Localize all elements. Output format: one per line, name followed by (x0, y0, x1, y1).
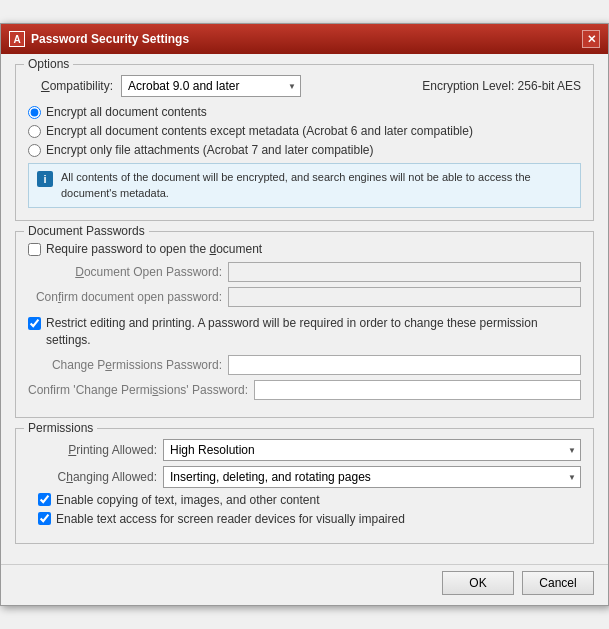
change-permissions-row: Change Permissions Password: (28, 355, 581, 375)
confirm-permissions-input[interactable] (254, 380, 581, 400)
restrict-row: Restrict editing and printing. A passwor… (28, 315, 581, 349)
options-section-title: Options (24, 57, 73, 71)
copying-checkbox[interactable] (38, 493, 51, 506)
password-security-dialog: A Password Security Settings ✕ Options C… (0, 23, 609, 605)
open-password-row: Document Open Password: (28, 262, 581, 282)
screen-reader-label[interactable]: Enable text access for screen reader dev… (56, 512, 405, 526)
cancel-button[interactable]: Cancel (522, 571, 594, 595)
copying-row: Enable copying of text, images, and othe… (28, 493, 581, 507)
info-box: i All contents of the document will be e… (28, 163, 581, 208)
info-text: All contents of the document will be enc… (61, 170, 572, 201)
radio-encrypt-attachments-input[interactable] (28, 144, 41, 157)
close-button[interactable]: ✕ (582, 30, 600, 48)
require-password-label[interactable]: Require password to open the document (46, 242, 262, 256)
changing-row: Changing Allowed: Inserting, deleting, a… (28, 466, 581, 488)
printing-label: Printing Allowed: (28, 443, 163, 457)
change-permissions-label: Change Permissions Password: (28, 358, 228, 372)
dialog-body: Options Compatibility: Acrobat 9.0 and l… (1, 54, 608, 563)
radio-encrypt-attachments-label[interactable]: Encrypt only file attachments (Acrobat 7… (46, 143, 374, 157)
confirm-permissions-label: Confirm 'Change Permissions' Password: (28, 383, 254, 397)
options-section: Options Compatibility: Acrobat 9.0 and l… (15, 64, 594, 221)
radio-encrypt-all-input[interactable] (28, 106, 41, 119)
changing-select[interactable]: Inserting, deleting, and rotating pages … (163, 466, 581, 488)
radio-encrypt-all: Encrypt all document contents (28, 105, 581, 119)
app-icon: A (9, 31, 25, 47)
confirm-open-password-row: Confirm document open password: (28, 287, 581, 307)
radio-encrypt-except-meta: Encrypt all document contents except met… (28, 124, 581, 138)
radio-encrypt-except-meta-input[interactable] (28, 125, 41, 138)
radio-encrypt-except-meta-label[interactable]: Encrypt all document contents except met… (46, 124, 473, 138)
title-bar-left: A Password Security Settings (9, 31, 189, 47)
radio-encrypt-all-label[interactable]: Encrypt all document contents (46, 105, 207, 119)
printing-select[interactable]: High Resolution None Low Resolution (150… (163, 439, 581, 461)
title-bar: A Password Security Settings ✕ (1, 24, 608, 54)
document-passwords-section: Document Passwords Require password to o… (15, 231, 594, 418)
screen-reader-row: Enable text access for screen reader dev… (28, 512, 581, 526)
confirm-open-password-label: Confirm document open password: (28, 290, 228, 304)
compatibility-label: Compatibility: (28, 79, 113, 93)
confirm-permissions-row: Confirm 'Change Permissions' Password: (28, 380, 581, 400)
open-password-label: Document Open Password: (28, 265, 228, 279)
dialog-title: Password Security Settings (31, 32, 189, 46)
encryption-level: Encryption Level: 256-bit AES (422, 79, 581, 93)
restrict-checkbox[interactable] (28, 317, 41, 330)
printing-select-wrapper: High Resolution None Low Resolution (150… (163, 439, 581, 461)
changing-select-wrapper: Inserting, deleting, and rotating pages … (163, 466, 581, 488)
open-password-input[interactable] (228, 262, 581, 282)
ok-button[interactable]: OK (442, 571, 514, 595)
permissions-section-title: Permissions (24, 421, 97, 435)
screen-reader-checkbox[interactable] (38, 512, 51, 525)
permissions-section: Permissions Printing Allowed: High Resol… (15, 428, 594, 544)
change-permissions-input[interactable] (228, 355, 581, 375)
require-password-row: Require password to open the document (28, 242, 581, 256)
printing-row: Printing Allowed: High Resolution None L… (28, 439, 581, 461)
require-password-checkbox[interactable] (28, 243, 41, 256)
info-icon: i (37, 171, 53, 187)
button-row: OK Cancel (1, 564, 608, 605)
compatibility-select-wrapper: Acrobat 9.0 and later Acrobat 6.0 and la… (121, 75, 301, 97)
document-passwords-title: Document Passwords (24, 224, 149, 238)
restrict-label[interactable]: Restrict editing and printing. A passwor… (46, 315, 581, 349)
compatibility-select[interactable]: Acrobat 9.0 and later Acrobat 6.0 and la… (121, 75, 301, 97)
changing-label: Changing Allowed: (28, 470, 163, 484)
confirm-open-password-input[interactable] (228, 287, 581, 307)
compatibility-row: Compatibility: Acrobat 9.0 and later Acr… (28, 75, 581, 97)
copying-label[interactable]: Enable copying of text, images, and othe… (56, 493, 320, 507)
radio-encrypt-attachments: Encrypt only file attachments (Acrobat 7… (28, 143, 581, 157)
